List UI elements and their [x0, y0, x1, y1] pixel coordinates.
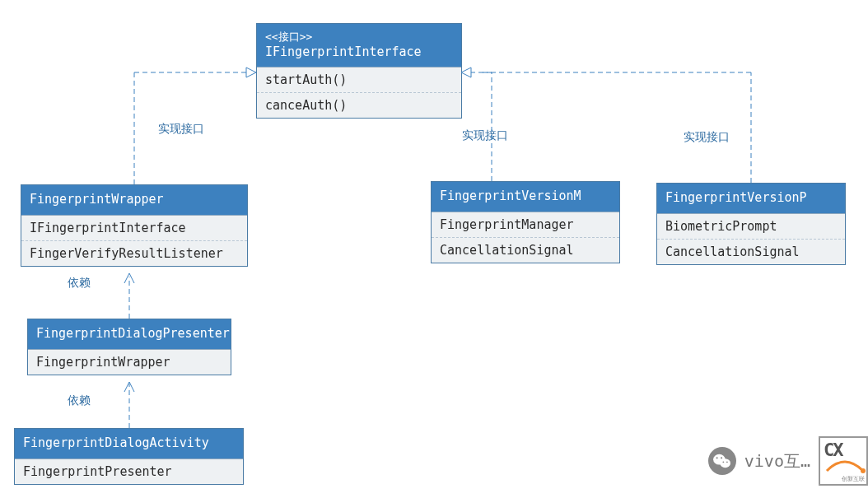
- class-header: <<接口>> IFingerprintInterface: [257, 24, 461, 67]
- class-fingerprint-versionm: FingerprintVersionM FingerprintManager C…: [431, 181, 620, 263]
- badge-subtext: 创新互联: [842, 477, 865, 482]
- svg-point-12: [716, 457, 717, 458]
- class-attributes: FingerprintPresenter: [15, 458, 243, 484]
- svg-marker-5: [461, 67, 471, 77]
- attribute: FingerprintWrapper: [28, 349, 231, 375]
- svg-point-15: [726, 461, 728, 463]
- class-attributes: IFingerprintInterface FingerVerifyResult…: [21, 215, 247, 266]
- class-header: FingerprintVersionP: [657, 184, 845, 213]
- class-fingerprint-dialog-presenter: FingerprintDialogPresenter FingerprintWr…: [27, 319, 231, 375]
- svg-marker-2: [246, 67, 256, 77]
- watermark-label: vivo互…: [744, 450, 810, 472]
- svg-point-11: [720, 458, 730, 468]
- class-name: IFingerprintInterface: [265, 44, 453, 61]
- attribute: CancellationSignal: [432, 237, 619, 263]
- edge-label-depend: 依赖: [68, 276, 91, 291]
- class-name: FingerprintVersionM: [440, 188, 611, 205]
- svg-point-14: [722, 461, 724, 463]
- class-attributes: BiometricPrompt CancellationSignal: [657, 213, 845, 264]
- attribute: IFingerprintInterface: [21, 215, 247, 240]
- watermark: vivo互… CX 创新互联: [708, 436, 868, 486]
- class-fingerprint-dialog-activity: FingerprintDialogActivity FingerprintPre…: [14, 428, 244, 485]
- class-attributes: FingerprintWrapper: [28, 349, 231, 375]
- edge-label-realize: 实现接口: [158, 122, 204, 137]
- attribute: FingerprintPresenter: [15, 458, 243, 484]
- class-ifingerprint-interface: <<接口>> IFingerprintInterface startAuth()…: [256, 23, 462, 119]
- class-header: FingerprintVersionM: [432, 182, 619, 212]
- svg-point-13: [721, 457, 722, 458]
- class-fingerprint-wrapper: FingerprintWrapper IFingerprintInterface…: [21, 184, 248, 267]
- attribute: FingerVerifyResultListener: [21, 240, 247, 266]
- class-name: FingerprintDialogActivity: [23, 435, 235, 452]
- class-fingerprint-versionp: FingerprintVersionP BiometricPrompt Canc…: [656, 183, 846, 265]
- stereotype-label: <<接口>>: [265, 30, 453, 44]
- class-name: FingerprintWrapper: [30, 192, 239, 208]
- class-header: FingerprintDialogActivity: [15, 429, 243, 458]
- method: canceAuth(): [257, 92, 461, 118]
- method: startAuth(): [257, 67, 461, 92]
- brand-badge: CX 创新互联: [819, 436, 868, 486]
- attribute: FingerprintManager: [432, 212, 619, 237]
- class-name: FingerprintVersionP: [665, 190, 837, 207]
- edge-label-realize: 实现接口: [462, 128, 508, 143]
- class-header: FingerprintWrapper: [21, 185, 247, 215]
- class-attributes: FingerprintManager CancellationSignal: [432, 212, 619, 263]
- attribute: CancellationSignal: [657, 239, 845, 264]
- edge-label-depend: 依赖: [68, 393, 91, 408]
- wechat-icon: [708, 447, 736, 475]
- class-name: FingerprintDialogPresenter: [36, 326, 222, 342]
- svg-point-16: [861, 468, 866, 473]
- class-header: FingerprintDialogPresenter: [28, 319, 231, 349]
- attribute: BiometricPrompt: [657, 213, 845, 239]
- edge-label-realize: 实现接口: [684, 130, 730, 145]
- class-methods: startAuth() canceAuth(): [257, 67, 461, 118]
